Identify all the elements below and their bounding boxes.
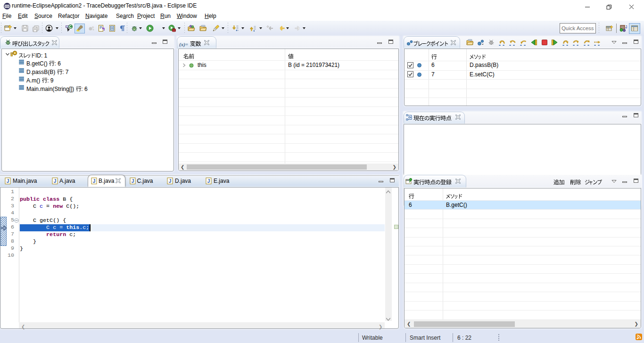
svg-text:(x)=: (x)= — [179, 41, 188, 48]
svg-text:J: J — [625, 24, 627, 29]
svg-text:J: J — [207, 179, 210, 184]
svg-text:J: J — [131, 179, 134, 184]
svg-text:J: J — [53, 179, 56, 184]
svg-text:J: J — [92, 179, 95, 184]
svg-text:J: J — [169, 179, 172, 184]
svg-text:J: J — [7, 179, 9, 184]
